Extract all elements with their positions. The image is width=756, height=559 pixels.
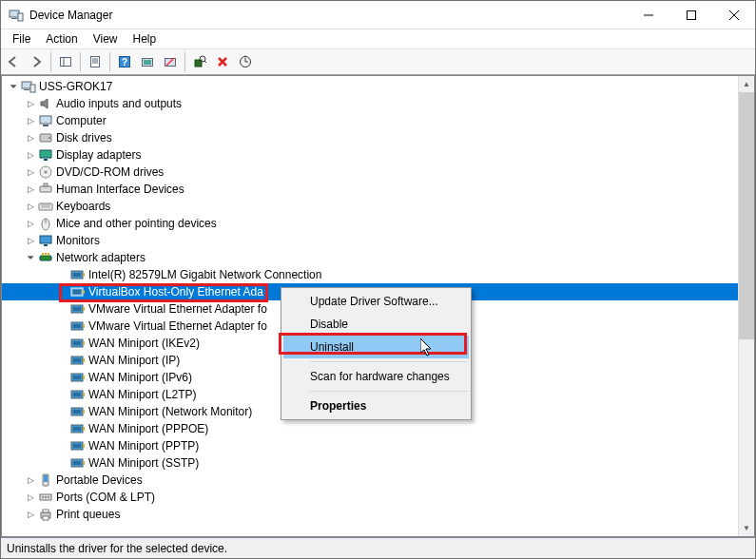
tree-item-label: Keyboards [56,198,110,215]
tree-device[interactable]: WAN Miniport (PPTP) [2,437,738,454]
tree-item-label: WAN Miniport (PPTP) [88,437,199,454]
tree-device[interactable]: WAN Miniport (SSTP) [2,454,738,472]
svg-rect-45 [48,253,49,256]
svg-rect-53 [83,307,85,311]
tree-item-label: Portable Devices [56,472,143,489]
titlebar: Device Manager [1,1,755,29]
maximize-button[interactable] [669,1,712,29]
tree-category-hid[interactable]: ▷Human Interface Devices [2,181,738,198]
chevron-right-icon[interactable]: ▷ [23,472,38,488]
scan-button-2[interactable] [235,51,256,72]
svg-rect-78 [73,444,81,448]
tree-item-label: WAN Miniport (PPPOE) [88,420,208,437]
tree-category-disk[interactable]: ▷Disk drives [2,129,738,146]
tree-category-ports[interactable]: ▷Ports (COM & LPT) [2,489,738,506]
tree-category-portable[interactable]: ▷Portable Devices [2,472,738,489]
svg-rect-23 [24,89,29,90]
context-menu-separator [310,361,468,362]
chevron-right-icon[interactable]: ▷ [23,130,38,145]
tree-category-audio[interactable]: ▷Audio inputs and outputs [2,95,738,112]
svg-rect-83 [44,475,48,482]
chevron-down-icon[interactable]: ⏷ [23,250,38,265]
chevron-right-icon[interactable]: ▷ [23,233,38,248]
svg-point-87 [48,496,49,498]
properties-button[interactable] [85,51,106,72]
context-menu-item[interactable]: Uninstall [283,336,469,358]
menu-help[interactable]: Help [126,30,165,48]
tree-item-label: VMware Virtual Ethernet Adapter fo [88,300,267,318]
svg-rect-66 [73,376,81,379]
chevron-right-icon[interactable]: ▷ [23,216,38,231]
svg-rect-56 [83,324,85,328]
tree-category-cd[interactable]: ▷DVD/CD-ROM drives [2,164,738,181]
tree-item-label: Mice and other pointing devices [56,215,217,232]
tree-item-label: Human Interface Devices [56,181,184,198]
svg-rect-47 [83,273,85,277]
menu-action[interactable]: Action [38,30,85,48]
chevron-right-icon[interactable]: ▷ [23,147,38,163]
display-icon [38,147,53,163]
forward-button[interactable] [26,51,47,72]
svg-rect-50 [83,290,85,294]
menu-view[interactable]: View [86,30,126,48]
context-menu-item[interactable]: Properties [283,395,469,417]
chevron-down-icon[interactable]: ⏷ [6,79,21,94]
window-title: Device Manager [29,9,627,22]
disable-button[interactable] [160,51,181,72]
chevron-right-icon[interactable]: ▷ [23,113,38,128]
tree-item-label: WAN Miniport (Network Monitor) [88,403,252,420]
scan-hardware-button[interactable] [189,51,210,72]
scroll-down-arrow[interactable]: ▼ [739,520,754,536]
svg-rect-62 [83,358,85,362]
tree-item-label: WAN Miniport (L2TP) [88,386,197,403]
tree-category-monitor[interactable]: ▷Monitors [2,232,738,249]
tree-category-network[interactable]: ⏷Network adapters [2,249,738,266]
chevron-right-icon[interactable]: ▷ [23,199,38,214]
tree-device[interactable]: Intel(R) 82579LM Gigabit Network Connect… [2,266,738,283]
svg-rect-41 [44,244,48,246]
chevron-right-icon[interactable]: ▷ [23,507,38,522]
vertical-scrollbar[interactable]: ▲ ▼ [738,76,754,536]
chevron-right-icon[interactable]: ▷ [23,182,38,197]
net-adapter-icon [70,387,86,402]
tree-category-display[interactable]: ▷Display adapters [2,146,738,164]
tree-item-label: VirtualBox Host-Only Ethernet Ada [88,283,263,300]
context-menu-item[interactable]: Update Driver Software... [283,290,469,313]
help-button[interactable]: ? [114,51,135,72]
show-hide-console-button[interactable] [55,51,76,72]
tree-item-label: WAN Miniport (IKEv2) [88,335,200,352]
expander-none [55,336,70,351]
tree-item-label: USS-GROK17 [39,78,112,95]
tree-category-print[interactable]: ▷Print queues [2,506,738,523]
tree-item-label: Display adapters [56,146,141,164]
uninstall-button[interactable] [212,51,233,72]
tree-category-computer[interactable]: ▷Computer [2,112,738,129]
statusbar: Uninstalls the driver for the selected d… [1,537,755,558]
chevron-right-icon[interactable]: ▷ [23,96,38,111]
close-button[interactable] [712,1,755,29]
svg-rect-1 [11,18,17,19]
tree-root[interactable]: ⏷USS-GROK17 [2,78,738,95]
update-driver-button[interactable] [137,51,158,72]
back-button[interactable] [3,51,24,72]
chevron-right-icon[interactable]: ▷ [23,490,38,505]
menu-file[interactable]: File [5,30,38,48]
tree-device[interactable]: WAN Miniport (PPPOE) [2,420,738,437]
tree-category-mouse[interactable]: ▷Mice and other pointing devices [2,215,738,232]
context-menu-item[interactable]: Scan for hardware changes [283,365,469,388]
mouse-icon [38,216,53,231]
tree-category-keyboard[interactable]: ▷Keyboards [2,198,738,215]
svg-rect-44 [45,253,47,256]
portable-icon [38,472,53,488]
svg-rect-74 [83,427,85,431]
tree-item-label: DVD/CD-ROM drives [56,164,164,181]
scroll-thumb[interactable] [739,92,754,339]
chevron-right-icon[interactable]: ▷ [23,164,38,180]
net-adapter-icon [70,370,86,385]
scroll-up-arrow[interactable]: ▲ [739,76,754,92]
network-icon [38,250,53,265]
context-menu-item[interactable]: Disable [283,313,469,336]
minimize-button[interactable] [627,1,669,29]
tree-item-label: Audio inputs and outputs [56,95,182,112]
svg-rect-65 [83,376,85,379]
